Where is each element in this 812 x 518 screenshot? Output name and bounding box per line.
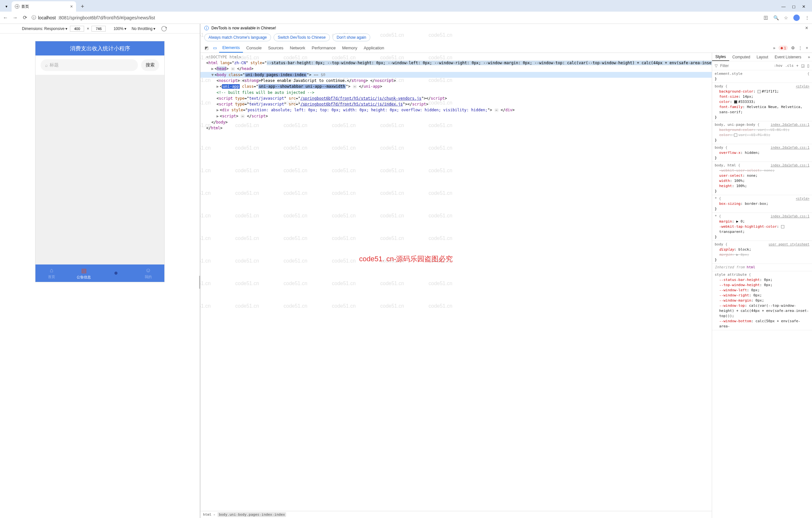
elements-panel: <!DOCTYPE html> <html lang="zh-CN" style… [200, 53, 712, 518]
user-icon: ☺ [145, 267, 151, 274]
dimensions-dropdown[interactable]: Dimensions: Responsive ▾ [22, 26, 67, 31]
url-path: :8081/springboot6bf7d/front/h5/#/pages/n… [58, 15, 155, 20]
maximize-icon[interactable]: ◻ [792, 4, 795, 9]
dom-tree[interactable]: <!DOCTYPE html> <html lang="zh-CN" style… [200, 53, 712, 511]
globe-icon [15, 4, 19, 9]
tab-memory[interactable]: Memory [339, 43, 360, 53]
device-viewport: 消费支出收入统计小程序 ⌕ 标题 搜索 ⌂ 首页 [0, 33, 200, 518]
toggle-common-icon[interactable]: ◲ [801, 63, 805, 68]
info-icon: i [204, 26, 209, 30]
tabbar-mine[interactable]: ☺ 我的 [132, 265, 164, 282]
inspect-icon[interactable]: ◩ [202, 43, 211, 53]
app-body [35, 75, 164, 265]
kebab-icon[interactable]: ⋮ [798, 46, 802, 50]
cls-toggle[interactable]: .cls [785, 63, 794, 68]
app-header: 消费支出收入统计小程序 [35, 41, 164, 55]
password-icon[interactable]: ⚿ [764, 15, 768, 20]
window-controls: — ◻ ✕ [781, 4, 809, 11]
tab-network[interactable]: Network [287, 43, 309, 53]
styles-tab-computed[interactable]: Computed [729, 53, 753, 61]
tab-performance[interactable]: Performance [308, 43, 339, 53]
breadcrumbs[interactable]: html ▸ body.uni-body.pages-index-index [200, 511, 712, 518]
styles-tab-layout[interactable]: Layout [753, 53, 772, 61]
minimize-icon[interactable]: — [781, 4, 786, 9]
throttling-dropdown[interactable]: No throttling ▾ [132, 26, 155, 31]
tabbar: ⌂ 首页 ▤ 公告信息 ● ☺ 我的 [35, 265, 164, 282]
close-devtools-icon[interactable]: × [806, 46, 808, 50]
crumb-body[interactable]: body.uni-body.pages-index-index [218, 512, 286, 517]
search-input[interactable]: ⌕ 标题 [40, 59, 138, 71]
crumb-html[interactable]: html [203, 513, 212, 517]
close-window-icon[interactable]: ✕ [802, 4, 806, 9]
rotate-icon[interactable] [160, 25, 168, 32]
settings-icon[interactable]: ⚙ [791, 46, 795, 50]
filter-input[interactable] [720, 63, 772, 68]
new-tab-button[interactable]: + [78, 2, 87, 11]
tabbar-center[interactable]: ● [100, 265, 132, 282]
height-input[interactable] [91, 26, 106, 32]
styles-tabs: Styles Computed Layout Event Listeners » [712, 53, 812, 61]
tab-console[interactable]: Console [243, 43, 265, 53]
device-toggle-icon[interactable]: ▭ [211, 43, 219, 53]
split-handle[interactable] [199, 276, 200, 289]
search-placeholder: 标题 [50, 62, 59, 68]
url-field[interactable]: ⓘ localhost:8081/springboot6bf7d/front/h… [32, 15, 760, 21]
browser-titlebar: ▾ 首页 × + — ◻ ✕ [0, 0, 812, 11]
switch-chinese-button[interactable]: Switch DevTools to Chinese [273, 33, 330, 41]
home-icon: ⌂ [50, 267, 54, 274]
tab-application[interactable]: Application [360, 43, 388, 53]
devtools-notice: i DevTools is now available in Chinese! … [200, 24, 812, 32]
device-toolbar: Dimensions: Responsive ▾ × 100% ▾ No thr… [0, 24, 200, 33]
styles-pane: Styles Computed Layout Event Listeners »… [712, 53, 812, 518]
search-row: ⌕ 标题 搜索 [35, 55, 164, 75]
tabbar-news[interactable]: ▤ 公告信息 [68, 265, 100, 282]
tab-list-dropdown[interactable]: ▾ [3, 3, 10, 10]
toggle-pane-icon[interactable]: ▯ [807, 63, 809, 68]
search-button[interactable]: 搜索 [141, 59, 159, 71]
center-icon: ● [114, 269, 118, 277]
menu-icon[interactable]: ⋮ [805, 15, 809, 20]
tab-sources[interactable]: Sources [265, 43, 287, 53]
close-tab-icon[interactable]: × [70, 4, 73, 9]
zoom-icon[interactable]: 🔍 [773, 15, 779, 20]
filter-icon: ▽ [715, 63, 718, 68]
styles-filter-row: ▽ :hov .cls + ◲ ▯ [712, 61, 812, 70]
always-match-button[interactable]: Always match Chrome's language [204, 33, 271, 41]
devtools: i DevTools is now available in Chinese! … [200, 24, 812, 518]
notice-buttons: Always match Chrome's language Switch De… [200, 32, 812, 43]
reload-icon[interactable]: ⟳ [22, 15, 28, 21]
close-notice-icon[interactable]: × [805, 25, 808, 31]
styles-tab-styles[interactable]: Styles [712, 53, 729, 61]
url-host: localhost [38, 15, 56, 20]
dimension-separator: × [87, 26, 89, 31]
back-icon[interactable]: ← [3, 15, 8, 21]
zoom-dropdown[interactable]: 100% ▾ [113, 26, 126, 31]
site-info-icon[interactable]: ⓘ [32, 15, 36, 21]
device-pane: Dimensions: Responsive ▾ × 100% ▾ No thr… [0, 24, 200, 518]
tab-title: 首页 [21, 4, 29, 9]
tab-elements[interactable]: Elements [219, 43, 243, 53]
forward-icon[interactable]: → [12, 15, 18, 21]
search-icon: ⌕ [45, 62, 48, 68]
news-icon: ▤ [81, 267, 87, 274]
hov-toggle[interactable]: :hov [774, 63, 783, 68]
more-tabs-icon[interactable]: » [773, 46, 775, 50]
more-styles-tabs-icon[interactable]: » [806, 53, 812, 61]
dont-show-button[interactable]: Don't show again [332, 33, 371, 41]
profile-avatar[interactable] [793, 15, 800, 21]
width-input[interactable] [70, 26, 84, 32]
notice-text: DevTools is now available in Chinese! [211, 26, 276, 30]
browser-tab[interactable]: 首页 × [11, 1, 76, 11]
phone-frame: 消费支出收入统计小程序 ⌕ 标题 搜索 ⌂ 首页 [35, 41, 164, 282]
rules-list[interactable]: element.style { } body {<style> backgrou… [712, 70, 812, 518]
bookmark-icon[interactable]: ☆ [784, 15, 788, 20]
tabbar-home[interactable]: ⌂ 首页 [35, 265, 68, 282]
styles-tab-listeners[interactable]: Event Listeners [772, 53, 805, 61]
address-bar: ← → ⟳ ⓘ localhost:8081/springboot6bf7d/f… [0, 11, 812, 24]
new-rule-icon[interactable]: + [796, 63, 799, 68]
error-badge[interactable]: ◆ 1 [779, 46, 788, 50]
devtools-tabs: ◩ ▭ Elements Console Sources Network Per… [200, 43, 812, 53]
